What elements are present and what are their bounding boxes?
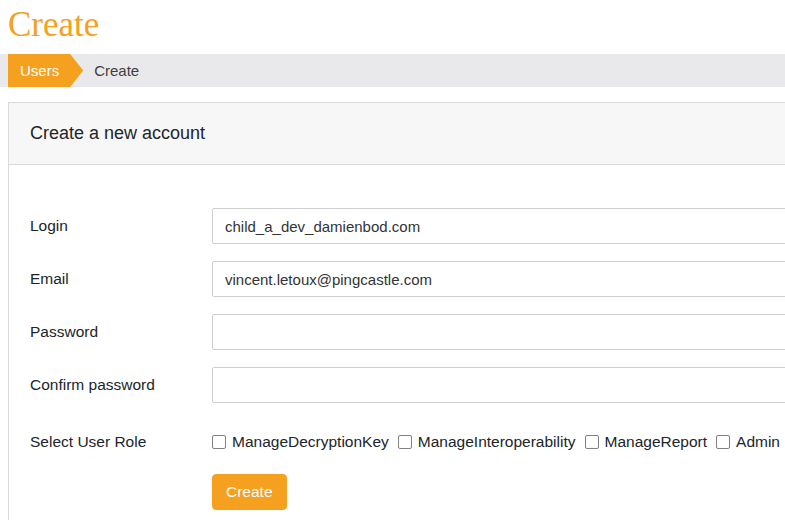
admin-checkbox[interactable] bbox=[716, 435, 730, 449]
manage-decryption-key-label: ManageDecryptionKey bbox=[232, 433, 389, 451]
email-row: Email bbox=[30, 261, 785, 297]
user-role-row: Select User Role ManageDecryptionKey Man… bbox=[30, 433, 785, 451]
create-button[interactable]: Create bbox=[212, 474, 287, 510]
password-input[interactable] bbox=[212, 314, 785, 350]
email-label: Email bbox=[30, 270, 212, 288]
confirm-password-label: Confirm password bbox=[30, 376, 212, 394]
breadcrumb-item-create: Create bbox=[94, 62, 139, 79]
email-input[interactable] bbox=[212, 261, 785, 297]
admin-label: Admin bbox=[736, 433, 780, 451]
manage-report-checkbox[interactable] bbox=[585, 435, 599, 449]
user-role-options: ManageDecryptionKey ManageInteroperabili… bbox=[212, 433, 780, 451]
manage-decryption-key-checkbox[interactable] bbox=[212, 435, 226, 449]
confirm-password-row: Confirm password bbox=[30, 367, 785, 403]
manage-interoperability-label: ManageInteroperability bbox=[418, 433, 576, 451]
breadcrumb-item-users[interactable]: Users bbox=[8, 54, 83, 87]
role-option-manage-decryption-key[interactable]: ManageDecryptionKey bbox=[212, 433, 389, 451]
panel-header: Create a new account bbox=[9, 103, 785, 165]
login-input[interactable] bbox=[212, 208, 785, 244]
role-option-manage-interoperability[interactable]: ManageInteroperability bbox=[398, 433, 576, 451]
manage-report-label: ManageReport bbox=[605, 433, 708, 451]
password-row: Password bbox=[30, 314, 785, 350]
page-title: Create bbox=[0, 0, 785, 47]
create-account-panel: Create a new account Login Email Passwor… bbox=[8, 102, 785, 520]
login-row: Login bbox=[30, 208, 785, 244]
panel-body: Login Email Password Confirm password Se… bbox=[9, 165, 785, 520]
password-label: Password bbox=[30, 323, 212, 341]
confirm-password-input[interactable] bbox=[212, 367, 785, 403]
role-option-admin[interactable]: Admin bbox=[716, 433, 780, 451]
login-label: Login bbox=[30, 217, 212, 235]
breadcrumb-users-label: Users bbox=[20, 62, 59, 79]
breadcrumb: Users Create bbox=[0, 54, 785, 87]
role-option-manage-report[interactable]: ManageReport bbox=[585, 433, 708, 451]
user-role-label: Select User Role bbox=[30, 433, 212, 451]
manage-interoperability-checkbox[interactable] bbox=[398, 435, 412, 449]
